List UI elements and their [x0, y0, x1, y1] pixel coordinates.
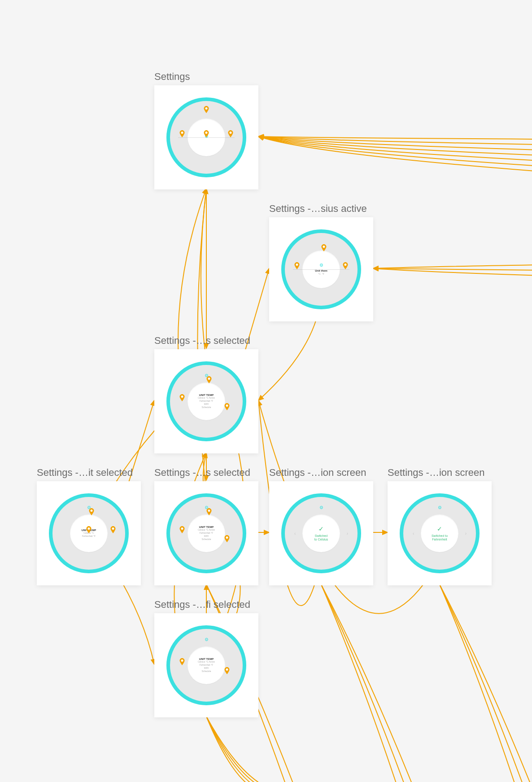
frame-it_selected[interactable]: Settings -…it selected⚙UNIT TEMPCelsius … — [37, 467, 141, 585]
thermostat-dial[interactable]: ⚙ — [166, 97, 246, 177]
thermostat-dial[interactable]: ⚙UNIT TEMPCelsius °CFahrenheit °F — [49, 493, 129, 573]
frame-s_selected_b[interactable]: Settings -…s selected⚙UNIT TEMPCelsius °… — [154, 467, 258, 585]
frame-artboard[interactable]: ⚙UNIT TEMPCelsius °C ActiveFahrenheit °F… — [154, 349, 258, 453]
frame-artboard[interactable]: ⚙UNIT TEMPCelsius °C ActiveFahrenheit °F… — [154, 613, 258, 717]
chevron-left-icon: ‹ — [294, 531, 296, 536]
face-line: Fahrenheit °F — [82, 535, 96, 538]
thermostat-dial[interactable]: ⚙UNIT TEMPCelsius °C ActiveFahrenheit °F… — [166, 361, 246, 441]
dial-face[interactable]: ✓Switched toFahrenheit‹› — [421, 514, 458, 552]
dial-divider — [293, 269, 349, 270]
confirm-text: Switched toFahrenheit — [432, 534, 448, 542]
confirm-text: Switchedto Celsius — [314, 534, 328, 542]
frame-ion_screen_a[interactable]: Settings -…ion screen⚙✓Switchedto Celsiu… — [269, 467, 373, 585]
thermostat-dial[interactable]: ⚙UNIT TEMPCelsius °C ActiveFahrenheit °F… — [166, 625, 246, 705]
frame-artboard[interactable]: ⚙Unit them°C °F — [269, 217, 373, 321]
dial-face[interactable]: UNIT TEMPCelsius °C ActiveFahrenheit °FW… — [188, 646, 225, 684]
frame-label: Settings — [154, 71, 258, 83]
face-heading: UNIT TEMP — [199, 394, 214, 397]
chevron-left-icon: ‹ — [413, 531, 414, 536]
face-line: Celsius °C Active — [198, 528, 215, 532]
frame-label: Settings -…ion screen — [269, 467, 373, 479]
dial-face[interactable]: UNIT TEMPCelsius °C ActiveFahrenheit °FW… — [188, 514, 225, 552]
gear-icon: ⚙ — [319, 505, 323, 510]
face-line: WIFI — [204, 535, 209, 538]
gear-icon: ⚙ — [438, 505, 442, 510]
face-line: WIFI — [204, 667, 209, 670]
face-option: °C °F — [318, 272, 324, 276]
gear-icon: ⚙ — [87, 505, 91, 510]
face-line: Celsius °C — [83, 532, 94, 535]
dial-divider — [178, 137, 235, 138]
frame-artboard[interactable]: ⚙UNIT TEMPCelsius °CFahrenheit °F — [37, 481, 141, 585]
frame-fi_selected[interactable]: Settings -…fi selected⚙UNIT TEMPCelsius … — [154, 599, 258, 717]
face-line: Schedule — [202, 406, 211, 409]
frame-artboard[interactable]: ⚙UNIT TEMPCelsius °C ActiveFahrenheit °F… — [154, 481, 258, 585]
thermostat-dial[interactable]: ⚙Unit them°C °F — [281, 229, 361, 309]
face-line: WIFI — [204, 403, 209, 406]
check-icon: ✓ — [437, 525, 442, 532]
face-line: Schedule — [202, 670, 211, 673]
thermostat-dial[interactable]: ⚙✓Switchedto Celsius‹› — [281, 493, 361, 573]
thermostat-dial[interactable]: ⚙✓Switched toFahrenheit‹› — [400, 493, 480, 573]
face-line: Fahrenheit °F — [200, 532, 213, 535]
face-line: Schedule — [202, 538, 211, 541]
frame-settings[interactable]: Settings⚙ — [154, 71, 258, 189]
frame-label: Settings -…sius active — [269, 203, 373, 215]
gear-icon: ⚙ — [319, 263, 323, 268]
prototype-canvas[interactable]: Settings⚙Settings -…sius active⚙Unit the… — [0, 0, 532, 782]
frames-layer: Settings⚙Settings -…sius active⚙Unit the… — [0, 0, 532, 782]
chevron-right-icon: › — [465, 531, 467, 536]
frame-label: Settings -…fi selected — [154, 599, 258, 611]
dial-face[interactable]: UNIT TEMPCelsius °C ActiveFahrenheit °FW… — [188, 382, 225, 420]
dial-face[interactable]: UNIT TEMPCelsius °CFahrenheit °F — [70, 514, 108, 552]
thermostat-dial[interactable]: ⚙UNIT TEMPCelsius °C ActiveFahrenheit °F… — [166, 493, 246, 573]
face-line: Celsius °C Active — [198, 660, 215, 663]
frame-label: Settings -…s selected — [154, 467, 258, 479]
frame-label: Settings -…s selected — [154, 335, 258, 347]
dial-face[interactable]: ✓Switchedto Celsius‹› — [302, 514, 340, 552]
chevron-right-icon: › — [347, 531, 348, 536]
frame-ion_screen_b[interactable]: Settings -…ion screen⚙✓Switched toFahren… — [388, 467, 492, 585]
check-icon: ✓ — [318, 525, 324, 532]
gear-icon: ⚙ — [205, 373, 209, 378]
face-heading: UNIT TEMP — [199, 526, 214, 529]
frame-artboard[interactable]: ⚙✓Switchedto Celsius‹› — [269, 481, 373, 585]
frame-sius_active[interactable]: Settings -…sius active⚙Unit them°C °F — [269, 203, 373, 321]
face-line: Fahrenheit °F — [200, 663, 213, 667]
frame-label: Settings -…ion screen — [388, 467, 492, 479]
face-heading: UNIT TEMP — [199, 658, 214, 661]
frame-label: Settings -…it selected — [37, 467, 141, 479]
frame-artboard[interactable]: ⚙ — [154, 85, 258, 189]
gear-icon: ⚙ — [205, 505, 209, 510]
frame-artboard[interactable]: ⚙✓Switched toFahrenheit‹› — [388, 481, 492, 585]
face-heading: UNIT TEMP — [82, 529, 96, 532]
gear-icon: ⚙ — [205, 637, 209, 642]
frame-s_selected_a[interactable]: Settings -…s selected⚙UNIT TEMPCelsius °… — [154, 335, 258, 453]
face-title: Unit them — [315, 269, 327, 272]
face-line: Celsius °C Active — [198, 396, 215, 400]
gear-icon: ⚙ — [205, 134, 209, 139]
face-line: Fahrenheit °F — [200, 400, 213, 403]
